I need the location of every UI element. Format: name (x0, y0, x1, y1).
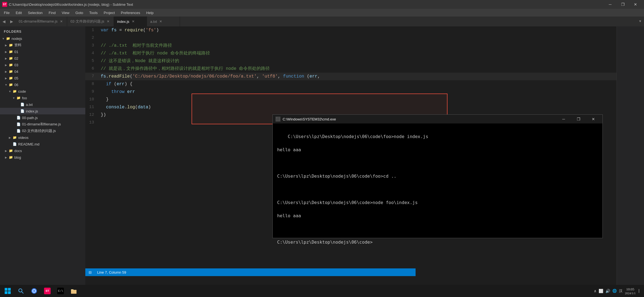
tab-indexjs[interactable]: index.js ✕ (114, 16, 147, 26)
tab-atxt-close[interactable]: ✕ (159, 19, 163, 24)
sublime-taskbar-icon: ST (44, 288, 51, 294)
code-line-4: 4 // ./a.txt 相对于执行 node 命令所处的终端路径 (85, 50, 644, 57)
line-num-12: 12 (85, 111, 99, 119)
status-icon: ⊟ (89, 270, 92, 274)
menu-tools[interactable]: Tools (86, 10, 100, 16)
close-button[interactable]: ✕ (629, 0, 642, 9)
folder-icon-blog: 📁 (8, 155, 13, 160)
tree-item-readme[interactable]: 📄 README.md (0, 141, 85, 147)
tab-indexjs-close[interactable]: ✕ (131, 19, 135, 24)
line-content-11: console.log(data) (99, 103, 644, 111)
tree-item-05[interactable]: ▶ 📁 05 (0, 75, 85, 81)
sidebar-folders-title: FOLDERS (0, 28, 85, 35)
tree-item-04[interactable]: ▶ 📁 04 (0, 68, 85, 75)
code-line-10: 10 } (85, 96, 644, 103)
code-line-2: 2 (85, 34, 644, 42)
menu-edit[interactable]: Edit (13, 10, 24, 16)
tree-arrow-videos: ▶ (8, 136, 12, 139)
tree-label-02filepath: 02-文件路径的问题.js (22, 128, 56, 133)
tab-prev-button[interactable]: ◀ (0, 16, 8, 26)
sublime-icon: ST (2, 2, 7, 7)
folder-icon-videos: 📁 (12, 135, 17, 140)
line-content-2 (99, 34, 644, 42)
svg-rect-0 (5, 288, 7, 291)
taskbar-sublime[interactable]: ST (41, 285, 53, 296)
tab-dirname-close[interactable]: ✕ (59, 19, 64, 24)
tab-dropdown-arrow[interactable]: ▼ (636, 16, 644, 26)
menu-goto[interactable]: Goto (73, 10, 86, 16)
line-content-10: } (99, 96, 644, 103)
chrome-icon (31, 288, 37, 294)
menu-find[interactable]: Find (46, 10, 58, 16)
title-text: C:\Users\lpz\Desktop\nodejs\06\code\foo\… (9, 2, 133, 7)
svg-rect-2 (5, 291, 7, 294)
taskbar-time: 10:05 (625, 287, 635, 292)
folder-icon-01: 📁 (8, 49, 13, 54)
taskbar-search[interactable] (15, 285, 27, 296)
tree-label-02: 02 (14, 56, 18, 61)
line-content-4: // ./a.txt 相对于执行 node 命令所处的终端路径 (99, 50, 644, 57)
line-content-6: // 就是说，文件操作路径中，相对路径设计的就是相对于执行 node 命令所处的… (99, 65, 644, 73)
taskbar-system-icons: ∧ ⬜ 🔊 (594, 289, 610, 293)
cmd-title-text: C:\Windows\SYSTEM32\cmd.exe (283, 117, 555, 121)
tree-label-04: 04 (14, 70, 18, 74)
tree-item-videos[interactable]: ▶ 📁 videos (0, 134, 85, 141)
tab-filepath[interactable]: 02-文件路径的问题.js ✕ (67, 16, 114, 26)
tree-item-03[interactable]: ▶ 📁 03 (0, 62, 85, 68)
cmd-restore-button[interactable]: ❐ (572, 115, 585, 123)
minimize-button[interactable]: ─ (604, 0, 616, 9)
taskbar-chrome[interactable] (28, 285, 40, 296)
tree-arrow-资料: ▶ (4, 44, 8, 47)
code-line-9: 9 throw err (85, 88, 644, 96)
tree-item-06[interactable]: ▼ 📁 06 (0, 81, 85, 88)
tree-label-06: 06 (14, 83, 18, 87)
tree-label-blog: blog (14, 155, 21, 160)
tab-filepath-close[interactable]: ✕ (106, 19, 110, 24)
tree-item-atxt[interactable]: 📄 a.txt (0, 101, 85, 108)
folder-icon-04: 📁 (8, 69, 13, 74)
tab-dirname[interactable]: 01-dirname和filename.js ✕ (15, 16, 67, 26)
cmd-content: C:\Users\lpz\Desktop\nodejs\06\code\foo>… (273, 123, 602, 255)
tree-arrow-docs: ▶ (4, 149, 8, 152)
tree-item-blog[interactable]: ▶ 📁 blog (0, 154, 85, 161)
tree-item-01dirname[interactable]: 📄 01-dirname和filename.js (0, 121, 85, 128)
sidebar: FOLDERS ▼ 📁 nodejs ▶ 📁 资料 ▶ 📁 01 ▶ 📁 02 … (0, 26, 85, 288)
tree-arrow-03: ▶ (4, 64, 8, 67)
line-content-3: // ./a.txt 相对于当前文件路径 (99, 42, 644, 50)
folder-icon-资料: 📁 (8, 43, 13, 48)
cmd-close-button[interactable]: ✕ (587, 115, 600, 123)
tree-item-02[interactable]: ▶ 📁 02 (0, 55, 85, 62)
restore-button[interactable]: ❐ (616, 0, 629, 9)
code-line-6: 6 // 就是说，文件操作路径中，相对路径设计的就是相对于执行 node 命令所… (85, 65, 644, 73)
taskbar: ST C:\ ∧ ⬜ 🔊 🌐 汉 10:05 2024/1/1 | (0, 285, 644, 297)
menu-help[interactable]: Help (143, 10, 156, 16)
tree-item-foo[interactable]: ▼ 📁 foo (0, 95, 85, 101)
tab-next-button[interactable]: ▶ (8, 16, 15, 26)
taskbar-explorer[interactable] (68, 285, 80, 296)
tree-arrow-04: ▶ (4, 70, 8, 73)
tree-item-02filepath[interactable]: 📄 02-文件路径的问题.js (0, 128, 85, 134)
cmd-minimize-button[interactable]: ─ (557, 115, 570, 123)
menu-preferences[interactable]: Preferences (118, 10, 143, 16)
tree-item-code[interactable]: ▼ 📁 code (0, 88, 85, 95)
cmd-line-2: C:\Users\lpz\Desktop\nodejs\06\code\foo>… (277, 174, 396, 179)
tree-item-01[interactable]: ▶ 📁 01 (0, 48, 85, 55)
menu-selection[interactable]: Selection (25, 10, 45, 16)
file-icon-indexjs: 📄 (20, 109, 25, 114)
tree-item-nodejs[interactable]: ▼ 📁 nodejs (0, 35, 85, 42)
taskbar-cmd[interactable]: C:\ (54, 285, 67, 296)
taskbar-show-desktop[interactable]: | (638, 289, 640, 293)
tree-item-indexjs[interactable]: 📄 index.js (0, 108, 85, 114)
tree-item-docs[interactable]: ▶ 📁 docs (0, 147, 85, 154)
folder-icon-nodejs: 📁 (6, 36, 10, 41)
line-content-5: // 这不是错误，Node 就是这样设计的 (99, 57, 644, 65)
taskbar-start[interactable] (2, 285, 14, 296)
menu-project[interactable]: Project (101, 10, 118, 16)
tree-label-00path: 00-path.js (22, 116, 38, 120)
tree-item-资料[interactable]: ▶ 📁 资料 (0, 42, 85, 48)
menu-file[interactable]: File (1, 10, 12, 16)
tree-item-00path[interactable]: 📄 00-path.js (0, 114, 85, 121)
menu-view[interactable]: View (59, 10, 72, 16)
tab-atxt[interactable]: a.txt ✕ (147, 16, 180, 26)
cmd-icon: ⬛ (275, 117, 280, 122)
